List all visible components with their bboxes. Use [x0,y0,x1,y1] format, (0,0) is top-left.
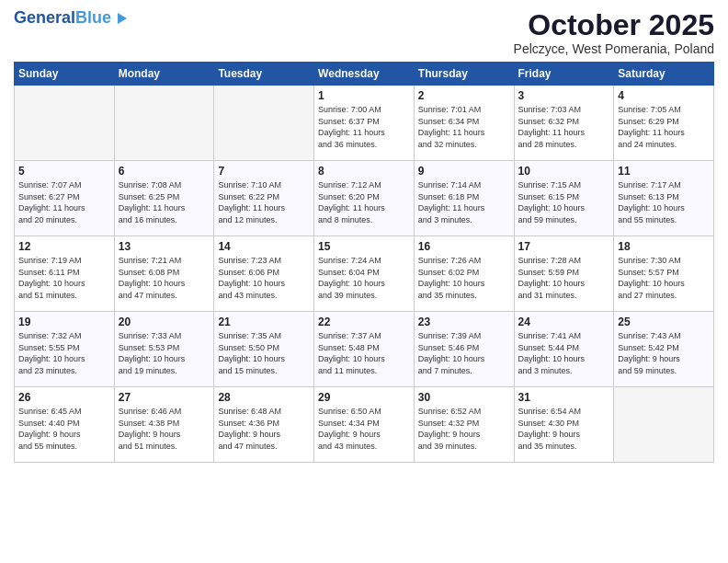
calendar-day-cell: 24Sunrise: 7:41 AMSunset: 5:44 PMDayligh… [514,312,614,387]
calendar-day-cell: 15Sunrise: 7:24 AMSunset: 6:04 PMDayligh… [314,236,415,312]
day-info: Sunrise: 7:14 AMSunset: 6:18 PMDaylight:… [418,179,510,225]
day-info: Sunrise: 7:24 AMSunset: 6:04 PMDaylight:… [318,255,410,301]
day-info: Sunrise: 7:12 AMSunset: 6:20 PMDaylight:… [318,179,410,225]
calendar-week-row: 12Sunrise: 7:19 AMSunset: 6:11 PMDayligh… [15,236,714,312]
calendar-day-cell: 8Sunrise: 7:12 AMSunset: 6:20 PMDaylight… [314,161,415,236]
calendar-day-cell: 2Sunrise: 7:01 AMSunset: 6:34 PMDaylight… [414,86,514,161]
day-number: 19 [18,316,110,328]
day-number: 21 [218,316,310,328]
day-info: Sunrise: 7:15 AMSunset: 6:15 PMDaylight:… [518,179,610,225]
day-info: Sunrise: 7:00 AMSunset: 6:37 PMDaylight:… [318,104,410,150]
calendar-day-cell [15,86,115,161]
calendar-table: Sunday Monday Tuesday Wednesday Thursday… [14,62,714,463]
day-info: Sunrise: 6:48 AMSunset: 4:36 PMDaylight:… [218,406,310,452]
day-number: 27 [119,391,210,404]
day-info: Sunrise: 6:52 AMSunset: 4:32 PMDaylight:… [418,406,510,452]
day-info: Sunrise: 7:37 AMSunset: 5:48 PMDaylight:… [318,330,410,376]
day-number: 14 [218,240,310,253]
day-info: Sunrise: 7:08 AMSunset: 6:25 PMDaylight:… [119,179,210,225]
calendar-day-cell: 13Sunrise: 7:21 AMSunset: 6:08 PMDayligh… [114,236,214,312]
day-info: Sunrise: 7:39 AMSunset: 5:46 PMDaylight:… [418,330,510,376]
day-info: Sunrise: 7:07 AMSunset: 6:27 PMDaylight:… [18,179,110,225]
day-info: Sunrise: 7:41 AMSunset: 5:44 PMDaylight:… [518,330,610,376]
day-number: 9 [418,165,510,178]
day-info: Sunrise: 7:01 AMSunset: 6:34 PMDaylight:… [418,104,510,150]
calendar-week-row: 5Sunrise: 7:07 AMSunset: 6:27 PMDaylight… [15,161,714,236]
calendar-day-cell [114,86,214,161]
calendar-day-cell: 11Sunrise: 7:17 AMSunset: 6:13 PMDayligh… [614,161,714,236]
day-number: 7 [218,165,310,178]
calendar-day-cell: 14Sunrise: 7:23 AMSunset: 6:06 PMDayligh… [214,236,314,312]
calendar-day-cell: 26Sunrise: 6:45 AMSunset: 4:40 PMDayligh… [15,387,115,463]
header-tuesday: Tuesday [214,63,314,86]
calendar-day-cell: 27Sunrise: 6:46 AMSunset: 4:38 PMDayligh… [114,387,214,463]
day-info: Sunrise: 6:45 AMSunset: 4:40 PMDaylight:… [18,406,110,452]
calendar-day-cell: 22Sunrise: 7:37 AMSunset: 5:48 PMDayligh… [314,312,415,387]
day-info: Sunrise: 7:03 AMSunset: 6:32 PMDaylight:… [518,104,610,150]
logo: GeneralBlue [14,9,127,28]
day-number: 20 [119,316,210,328]
weekday-header-row: Sunday Monday Tuesday Wednesday Thursday… [15,63,714,86]
calendar-day-cell: 10Sunrise: 7:15 AMSunset: 6:15 PMDayligh… [514,161,614,236]
calendar-day-cell: 6Sunrise: 7:08 AMSunset: 6:25 PMDaylight… [114,161,214,236]
day-number: 28 [218,391,310,404]
calendar-day-cell: 19Sunrise: 7:32 AMSunset: 5:55 PMDayligh… [15,312,115,387]
header-friday: Friday [514,63,614,86]
day-info: Sunrise: 7:05 AMSunset: 6:29 PMDaylight:… [618,104,710,150]
calendar-day-cell: 31Sunrise: 6:54 AMSunset: 4:30 PMDayligh… [514,387,614,463]
day-info: Sunrise: 7:10 AMSunset: 6:22 PMDaylight:… [218,179,310,225]
calendar-day-cell: 29Sunrise: 6:50 AMSunset: 4:34 PMDayligh… [314,387,415,463]
calendar-week-row: 1Sunrise: 7:00 AMSunset: 6:37 PMDaylight… [15,86,714,161]
calendar-day-cell: 17Sunrise: 7:28 AMSunset: 5:59 PMDayligh… [514,236,614,312]
calendar-week-row: 19Sunrise: 7:32 AMSunset: 5:55 PMDayligh… [15,312,714,387]
header-monday: Monday [114,63,214,86]
calendar-week-row: 26Sunrise: 6:45 AMSunset: 4:40 PMDayligh… [15,387,714,463]
calendar-day-cell: 9Sunrise: 7:14 AMSunset: 6:18 PMDaylight… [414,161,514,236]
calendar-day-cell: 7Sunrise: 7:10 AMSunset: 6:22 PMDaylight… [214,161,314,236]
day-number: 31 [518,391,610,404]
day-info: Sunrise: 7:32 AMSunset: 5:55 PMDaylight:… [18,330,110,376]
calendar-day-cell: 25Sunrise: 7:43 AMSunset: 5:42 PMDayligh… [614,312,714,387]
day-number: 16 [418,240,510,253]
calendar-day-cell: 5Sunrise: 7:07 AMSunset: 6:27 PMDaylight… [15,161,115,236]
day-info: Sunrise: 7:43 AMSunset: 5:42 PMDaylight:… [618,330,710,376]
day-info: Sunrise: 6:54 AMSunset: 4:30 PMDaylight:… [518,406,610,452]
title-block: October 2025 Pelczyce, West Pomerania, P… [514,9,714,56]
day-info: Sunrise: 7:23 AMSunset: 6:06 PMDaylight:… [218,255,310,301]
logo-text: GeneralBlue [14,9,127,28]
calendar-day-cell: 4Sunrise: 7:05 AMSunset: 6:29 PMDaylight… [614,86,714,161]
header-saturday: Saturday [614,63,714,86]
day-number: 6 [119,165,210,178]
day-info: Sunrise: 6:46 AMSunset: 4:38 PMDaylight:… [119,406,210,452]
day-number: 5 [18,165,110,178]
calendar-day-cell: 30Sunrise: 6:52 AMSunset: 4:32 PMDayligh… [414,387,514,463]
day-info: Sunrise: 7:35 AMSunset: 5:50 PMDaylight:… [218,330,310,376]
day-number: 11 [618,165,710,178]
day-number: 1 [318,89,410,102]
day-info: Sunrise: 7:33 AMSunset: 5:53 PMDaylight:… [119,330,210,376]
day-number: 10 [518,165,610,178]
day-number: 12 [18,240,110,253]
calendar-day-cell [214,86,314,161]
calendar-day-cell: 1Sunrise: 7:00 AMSunset: 6:37 PMDaylight… [314,86,415,161]
day-info: Sunrise: 6:50 AMSunset: 4:34 PMDaylight:… [318,406,410,452]
day-number: 25 [618,316,710,328]
logo-general: General [14,8,75,27]
day-info: Sunrise: 7:28 AMSunset: 5:59 PMDaylight:… [518,255,610,301]
calendar-day-cell: 3Sunrise: 7:03 AMSunset: 6:32 PMDaylight… [514,86,614,161]
header-thursday: Thursday [414,63,514,86]
day-number: 30 [418,391,510,404]
day-info: Sunrise: 7:26 AMSunset: 6:02 PMDaylight:… [418,255,510,301]
calendar-day-cell: 20Sunrise: 7:33 AMSunset: 5:53 PMDayligh… [114,312,214,387]
page-header: GeneralBlue October 2025 Pelczyce, West … [14,9,714,56]
day-info: Sunrise: 7:19 AMSunset: 6:11 PMDaylight:… [18,255,110,301]
day-info: Sunrise: 7:17 AMSunset: 6:13 PMDaylight:… [618,179,710,225]
day-number: 8 [318,165,410,178]
calendar-day-cell: 23Sunrise: 7:39 AMSunset: 5:46 PMDayligh… [414,312,514,387]
day-info: Sunrise: 7:21 AMSunset: 6:08 PMDaylight:… [119,255,210,301]
day-number: 13 [119,240,210,253]
day-number: 17 [518,240,610,253]
day-info: Sunrise: 7:30 AMSunset: 5:57 PMDaylight:… [618,255,710,301]
calendar-day-cell: 12Sunrise: 7:19 AMSunset: 6:11 PMDayligh… [15,236,115,312]
calendar-day-cell [614,387,714,463]
